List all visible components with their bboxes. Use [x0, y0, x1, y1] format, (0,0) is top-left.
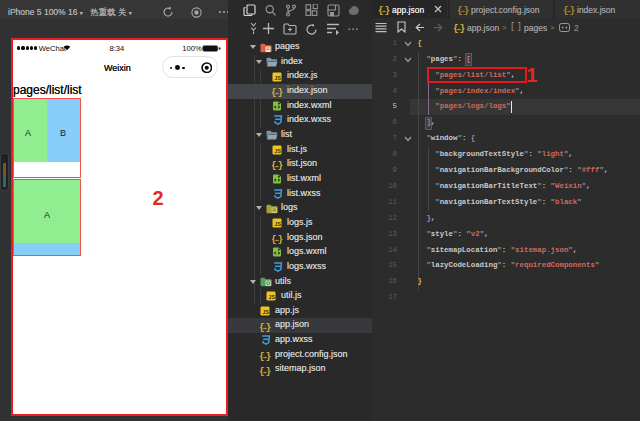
svg-text:}: } — [460, 22, 465, 32]
svg-text:{: { — [271, 233, 277, 243]
svg-text:JS: JS — [269, 295, 276, 301]
svg-text:{: { — [378, 4, 384, 14]
svg-text:}: } — [278, 160, 283, 170]
svg-text:{: { — [259, 321, 265, 331]
svg-text:}: } — [266, 351, 271, 361]
svg-text:}: } — [266, 365, 271, 375]
svg-text:{: { — [271, 87, 277, 97]
svg-text:}: } — [278, 233, 283, 243]
svg-text:JS: JS — [263, 309, 270, 315]
svg-text:}: } — [266, 321, 271, 331]
svg-text:}: } — [278, 87, 283, 97]
svg-text:}: } — [385, 4, 390, 14]
svg-text:{: { — [271, 160, 277, 170]
svg-text:{: { — [457, 4, 463, 14]
svg-text:{: { — [453, 22, 459, 32]
svg-text:{: { — [259, 365, 265, 375]
svg-text:{: { — [563, 4, 569, 14]
svg-text:}: } — [570, 4, 575, 14]
svg-text:{: { — [259, 351, 265, 361]
svg-text:JS: JS — [275, 75, 282, 81]
svg-text:}: } — [464, 4, 469, 14]
svg-text:JS: JS — [275, 148, 282, 154]
svg-text:JS: JS — [275, 221, 282, 227]
